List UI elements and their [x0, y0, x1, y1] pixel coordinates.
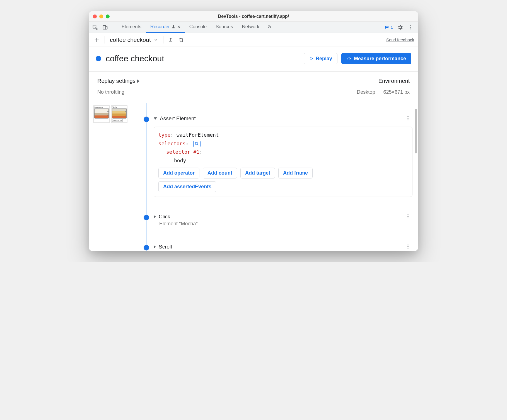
- recording-title: coffee checkout: [106, 54, 164, 63]
- thumb-total: Total: $0.00: [112, 119, 122, 122]
- recording-header: coffee checkout Replay Measure performan…: [89, 47, 418, 72]
- timeline: Assert Element type: waitForElement sele…: [142, 103, 412, 251]
- panel-tabs: Elements Recorder Console Sources Networ…: [117, 22, 275, 33]
- step-scroll: Scroll: [154, 244, 412, 250]
- chat-icon: [384, 25, 389, 30]
- timeline-node: [144, 215, 149, 220]
- devtools-topbar: Elements Recorder Console Sources Networ…: [89, 22, 418, 33]
- chevron-down-icon: [154, 117, 157, 120]
- gauge-icon: [347, 56, 352, 61]
- chevron-right-icon: [137, 79, 139, 83]
- steps-content: Cappuccino Mocha Total: $0.00: [89, 103, 418, 251]
- chevron-down-icon: [154, 38, 158, 42]
- delete-icon[interactable]: [178, 37, 185, 43]
- add-count-button[interactable]: Add count: [203, 168, 237, 178]
- tab-recorder-label: Recorder: [150, 24, 170, 30]
- replay-settings-label: Replay settings: [97, 78, 136, 84]
- separator: [113, 24, 113, 31]
- replay-settings-toggle[interactable]: Replay settings: [97, 78, 139, 84]
- pick-selector-icon[interactable]: [193, 141, 201, 147]
- selector-n-key: selector #1: [166, 149, 199, 155]
- timeline-node: [144, 245, 149, 250]
- svg-point-14: [407, 245, 408, 245]
- recording-dropdown-label: coffee checkout: [110, 37, 151, 43]
- step-details: type: waitForElement selectors: selector…: [154, 127, 412, 197]
- add-operator-button[interactable]: Add operator: [158, 168, 199, 178]
- svg-point-15: [407, 246, 408, 247]
- selector-value[interactable]: body: [174, 158, 186, 163]
- timeline-line: [146, 103, 147, 251]
- tab-network[interactable]: Network: [238, 22, 264, 33]
- recorder-toolbar: coffee checkout Send feedback: [89, 33, 418, 47]
- tab-recorder-badges: [172, 25, 180, 29]
- environment-label: Environment: [357, 78, 410, 84]
- export-icon[interactable]: [167, 37, 174, 43]
- tab-console[interactable]: Console: [185, 22, 211, 33]
- tab-elements[interactable]: Elements: [117, 22, 146, 33]
- settings-row: Replay settings No throttling Environmen…: [89, 72, 418, 103]
- device-toggle-icon[interactable]: [102, 24, 108, 31]
- step-menu-icon[interactable]: [405, 244, 411, 250]
- devtools-window: DevTools - coffee-cart.netlify.app/ Elem…: [89, 11, 418, 251]
- maximize-icon[interactable]: [106, 15, 110, 18]
- step-menu-icon[interactable]: [405, 214, 411, 220]
- step-title: Click: [159, 214, 170, 220]
- step-header[interactable]: Click Element "Mocha": [154, 214, 412, 227]
- new-recording-icon[interactable]: [93, 36, 101, 44]
- svg-point-16: [407, 248, 408, 248]
- replay-label: Replay: [316, 56, 332, 62]
- svg-point-4: [410, 25, 411, 26]
- issues-count: 1: [391, 25, 393, 30]
- step-title: Assert Element: [160, 115, 196, 122]
- thumb-card-1: Cappuccino: [93, 105, 110, 123]
- separator: [105, 36, 105, 44]
- settings-icon[interactable]: [397, 24, 404, 31]
- timeline-node: [144, 117, 149, 122]
- selectors-key: selectors: [158, 141, 186, 146]
- step-thumbnail: Cappuccino Mocha Total: $0.00: [93, 105, 130, 123]
- thumb-title-1: Cappuccino: [94, 106, 109, 108]
- close-icon[interactable]: [93, 15, 97, 18]
- svg-rect-2: [105, 26, 107, 29]
- step-subtitle: Element "Mocha": [154, 221, 198, 227]
- svg-point-7: [407, 116, 408, 117]
- measure-label: Measure performance: [354, 56, 406, 62]
- close-tab-icon[interactable]: [177, 25, 180, 28]
- add-asserted-events-button[interactable]: Add assertedEvents: [158, 181, 216, 192]
- kebab-menu-icon[interactable]: [407, 24, 414, 31]
- minimize-icon[interactable]: [99, 15, 103, 18]
- inspect-icon[interactable]: [92, 24, 98, 31]
- separator: [379, 90, 379, 95]
- chevron-double-right-icon: [267, 24, 272, 30]
- type-value: waitForElement: [177, 132, 219, 138]
- tab-sources[interactable]: Sources: [211, 22, 237, 33]
- svg-point-8: [407, 118, 408, 119]
- window-title: DevTools - coffee-cart.netlify.app/: [89, 14, 418, 19]
- step-menu-icon[interactable]: [405, 115, 411, 122]
- replay-button[interactable]: Replay: [304, 53, 337, 64]
- add-frame-button[interactable]: Add frame: [278, 168, 313, 178]
- tab-more[interactable]: [264, 22, 275, 33]
- environment-viewport: 625×671 px: [383, 89, 410, 95]
- environment-device: Desktop: [357, 89, 375, 95]
- step-header[interactable]: Assert Element: [154, 115, 412, 122]
- step-click: Click Element "Mocha": [154, 214, 412, 227]
- recording-dropdown[interactable]: coffee checkout: [109, 37, 159, 43]
- step-header[interactable]: Scroll: [154, 244, 412, 250]
- scrollbar[interactable]: [415, 109, 417, 153]
- thumb-card-2: Mocha Total: $0.00: [111, 105, 127, 123]
- measure-performance-button[interactable]: Measure performance: [341, 53, 411, 64]
- throttling-value: No throttling: [97, 89, 139, 95]
- add-target-button[interactable]: Add target: [240, 168, 275, 178]
- thumb-title-2: Mocha: [112, 106, 127, 108]
- tab-recorder[interactable]: Recorder: [146, 22, 185, 33]
- cup-icon: [94, 108, 109, 119]
- svg-point-6: [410, 28, 411, 29]
- svg-point-12: [407, 216, 408, 217]
- window-controls: [93, 15, 110, 18]
- chevron-right-icon: [154, 245, 156, 248]
- issues-badge[interactable]: 1: [384, 25, 393, 30]
- flask-icon: [172, 25, 175, 29]
- recording-status-dot: [96, 56, 101, 61]
- send-feedback-link[interactable]: Send feedback: [386, 37, 414, 42]
